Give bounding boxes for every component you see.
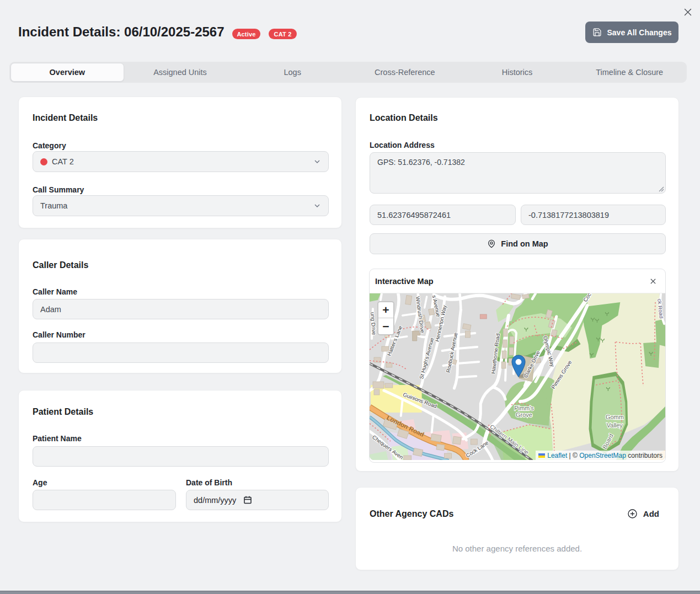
svg-text:Pimm's: Pimm's xyxy=(514,405,534,411)
svg-text:Gomm: Gomm xyxy=(606,414,624,420)
svg-text:Valley: Valley xyxy=(607,422,623,429)
svg-text:Grove: Grove xyxy=(516,411,532,418)
